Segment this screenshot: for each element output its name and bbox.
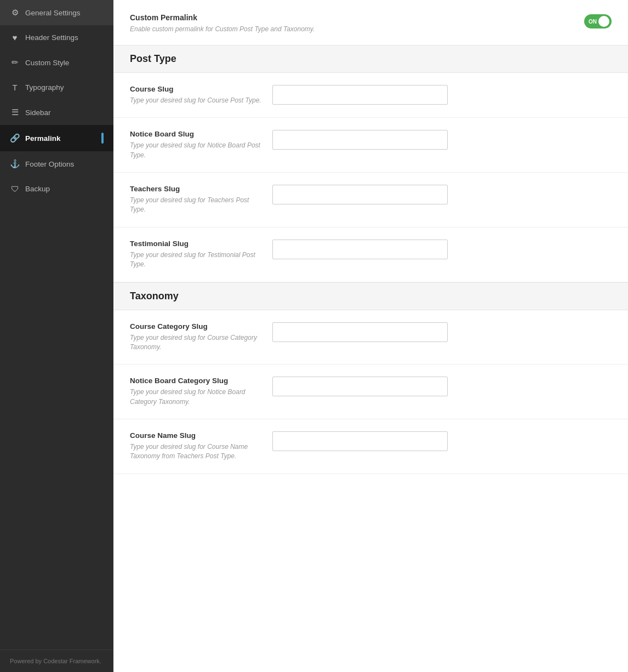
input-group-course-category-slug <box>272 322 612 342</box>
field-desc-notice-board-slug: Type your desired slug for Notice Board … <box>130 141 261 160</box>
backup-icon: 🛡 <box>10 184 20 193</box>
input-group-course-slug <box>272 85 612 105</box>
input-course-slug[interactable] <box>272 85 448 105</box>
sidebar-item-general-settings[interactable]: ⚙ General Settings <box>0 0 113 25</box>
form-row-notice-board-category-slug: Notice Board Category Slug Type your des… <box>113 365 628 419</box>
sidebar-item-label: Typography <box>25 83 64 92</box>
header-settings-icon: ♥ <box>10 33 20 42</box>
form-row-notice-board-slug: Notice Board Slug Type your desired slug… <box>113 118 628 173</box>
powered-by-text: Powered by Codestar Framework. <box>10 658 101 664</box>
field-label-notice-board-category-slug: Notice Board Category Slug <box>130 377 261 385</box>
field-label-teachers-slug: Teachers Slug <box>130 185 261 193</box>
label-group-course-name-slug: Course Name Slug Type your desired slug … <box>130 431 261 462</box>
toggle-on-label: ON <box>589 19 597 25</box>
post-type-section-header: Post Type <box>113 45 628 73</box>
sidebar-item-sidebar[interactable]: ☰ Sidebar <box>0 100 113 125</box>
sidebar-item-typography[interactable]: T Typography <box>0 75 113 100</box>
sidebar-item-footer-options[interactable]: ⚓ Footer Options <box>0 151 113 176</box>
permalink-icon: 🔗 <box>10 133 20 143</box>
label-group-course-slug: Course Slug Type your desired slug for C… <box>130 85 261 105</box>
sidebar-item-backup[interactable]: 🛡 Backup <box>0 176 113 201</box>
input-teachers-slug[interactable] <box>272 185 448 204</box>
input-group-course-name-slug <box>272 431 612 451</box>
form-row-teachers-slug: Teachers Slug Type your desired slug for… <box>113 173 628 227</box>
field-label-course-category-slug: Course Category Slug <box>130 322 261 331</box>
input-group-notice-board-category-slug <box>272 377 612 396</box>
typography-icon: T <box>10 83 20 92</box>
top-section: Custom Permalink Enable custom permalink… <box>113 0 628 45</box>
label-group-teachers-slug: Teachers Slug Type your desired slug for… <box>130 185 261 215</box>
label-group-testimonial-slug: Testimonial Slug Type your desired slug … <box>130 240 261 270</box>
sidebar-item-custom-style[interactable]: ✏ Custom Style <box>0 50 113 75</box>
footer-options-icon: ⚓ <box>10 159 20 169</box>
sidebar-item-label: Permalink <box>25 134 61 143</box>
field-label-course-slug: Course Slug <box>130 85 261 93</box>
field-desc-course-name-slug: Type your desired slug for Course Name T… <box>130 442 261 462</box>
post-type-title: Post Type <box>130 53 612 65</box>
custom-permalink-toggle[interactable]: ON <box>584 14 612 29</box>
sidebar-item-permalink[interactable]: 🔗 Permalink <box>0 125 113 151</box>
taxonomy-section-header: Taxonomy <box>113 282 628 310</box>
input-testimonial-slug[interactable] <box>272 240 448 259</box>
active-indicator <box>101 133 104 144</box>
field-desc-course-slug: Type your desired slug for Course Post T… <box>130 96 261 105</box>
form-row-course-name-slug: Course Name Slug Type your desired slug … <box>113 419 628 474</box>
toggle-label-group: Custom Permalink Enable custom permalink… <box>130 13 573 34</box>
sidebar-item-label: Custom Style <box>25 59 69 67</box>
field-label-course-name-slug: Course Name Slug <box>130 431 261 440</box>
label-group-notice-board-category-slug: Notice Board Category Slug Type your des… <box>130 377 261 407</box>
custom-style-icon: ✏ <box>10 58 20 67</box>
sidebar-item-label: General Settings <box>25 9 81 17</box>
form-row-course-category-slug: Course Category Slug Type your desired s… <box>113 310 628 365</box>
sidebar-item-label: Backup <box>25 185 50 193</box>
sidebar-item-label: Sidebar <box>25 109 51 117</box>
sidebar: ⚙ General Settings ♥ Header Settings ✏ C… <box>0 0 113 672</box>
input-course-category-slug[interactable] <box>272 322 448 342</box>
sidebar-footer: Powered by Codestar Framework. <box>0 650 113 672</box>
field-desc-notice-board-category-slug: Type your desired slug for Notice Board … <box>130 388 261 407</box>
taxonomy-fields: Course Category Slug Type your desired s… <box>113 310 628 474</box>
label-group-notice-board-slug: Notice Board Slug Type your desired slug… <box>130 130 261 160</box>
input-group-teachers-slug <box>272 185 612 204</box>
field-desc-teachers-slug: Type your desired slug for Teachers Post… <box>130 196 261 215</box>
sidebar-item-label: Header Settings <box>25 33 78 42</box>
toggle-title: Custom Permalink <box>130 13 573 22</box>
sidebar-item-label: Footer Options <box>25 160 74 168</box>
input-course-name-slug[interactable] <box>272 431 448 451</box>
field-label-testimonial-slug: Testimonial Slug <box>130 240 261 248</box>
input-notice-board-slug[interactable] <box>272 130 448 150</box>
field-desc-course-category-slug: Type your desired slug for Course Catego… <box>130 333 261 352</box>
input-group-testimonial-slug <box>272 240 612 259</box>
sidebar-icon: ☰ <box>10 107 20 117</box>
toggle-desc: Enable custom permalink for Custom Post … <box>130 25 573 34</box>
field-label-notice-board-slug: Notice Board Slug <box>130 130 261 138</box>
sidebar-item-header-settings[interactable]: ♥ Header Settings <box>0 25 113 50</box>
form-row-course-slug: Course Slug Type your desired slug for C… <box>113 73 628 118</box>
label-group-course-category-slug: Course Category Slug Type your desired s… <box>130 322 261 352</box>
post-type-fields: Course Slug Type your desired slug for C… <box>113 73 628 282</box>
field-desc-testimonial-slug: Type your desired slug for Testimonial P… <box>130 250 261 270</box>
form-row-testimonial-slug: Testimonial Slug Type your desired slug … <box>113 227 628 282</box>
taxonomy-title: Taxonomy <box>130 291 612 302</box>
input-notice-board-category-slug[interactable] <box>272 377 448 396</box>
general-settings-icon: ⚙ <box>10 8 20 18</box>
input-group-notice-board-slug <box>272 130 612 150</box>
main-content: Custom Permalink Enable custom permalink… <box>113 0 628 672</box>
